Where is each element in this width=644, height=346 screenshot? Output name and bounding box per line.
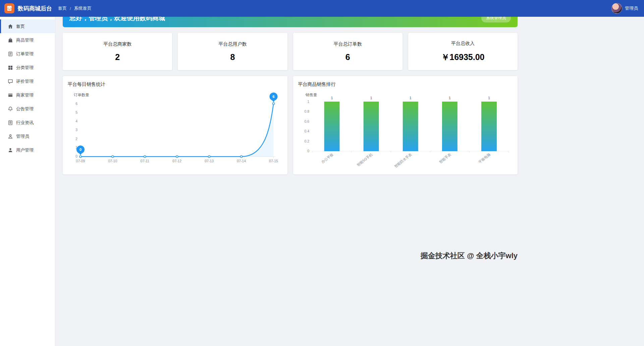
svg-text:1: 1 xyxy=(370,96,372,100)
sidebar-item-home[interactable]: 首页 xyxy=(0,19,55,33)
stat-value: 6 xyxy=(345,52,350,62)
svg-text:1: 1 xyxy=(307,100,309,104)
svg-text:智能5G手机: 智能5G手机 xyxy=(356,153,373,167)
stat-value: 2 xyxy=(115,52,120,62)
product-sales-bar-chart: 销售量00.20.40.60.811办公平板1智能5G手机1智能防水手表1智能手… xyxy=(298,88,513,169)
stat-card-orders: 平台总订单数 6 xyxy=(293,33,402,70)
sidebar-item-label: 公告管理 xyxy=(16,106,34,112)
app-title: 数码商城后台 xyxy=(18,5,52,12)
sidebar-item-notices[interactable]: 公告管理 xyxy=(0,102,55,116)
sidebar-item-admins[interactable]: 管理员 xyxy=(0,129,55,143)
svg-text:4: 4 xyxy=(75,119,77,123)
sidebar-item-label: 用户管理 xyxy=(16,147,34,153)
svg-text:07-13: 07-13 xyxy=(205,159,214,163)
svg-text:0.6: 0.6 xyxy=(304,120,309,123)
svg-text:6: 6 xyxy=(75,102,77,106)
bell-icon xyxy=(8,106,13,112)
svg-text:0: 0 xyxy=(79,148,82,152)
svg-text:1: 1 xyxy=(409,96,411,100)
svg-text:1: 1 xyxy=(331,96,333,100)
sidebar-item-label: 首页 xyxy=(16,23,25,30)
svg-text:智能手表: 智能手表 xyxy=(438,153,452,164)
content: 您好，管理员，欢迎使用数码商城 系统管理员 平台总商家数 2 平台总用户数 8 … xyxy=(63,9,518,261)
app-logo-icon xyxy=(4,3,14,13)
app-root: 数码商城后台 首页 / 系统首页 管理员 首页商品管理订单管理分类管理评价管理商… xyxy=(0,0,644,261)
sidebar-item-users[interactable]: 用户管理 xyxy=(0,143,55,157)
document-icon xyxy=(8,51,13,57)
svg-text:2: 2 xyxy=(75,137,77,141)
stat-card-users: 平台总用户数 8 xyxy=(178,33,287,70)
main-content: 您好，管理员，欢迎使用数码商城 系统管理员 平台总商家数 2 平台总用户数 8 … xyxy=(55,0,644,261)
svg-text:0.4: 0.4 xyxy=(304,129,309,133)
daily-sales-card: 平台每日销售统计 订单数量012345607-0907-1007-1107-12… xyxy=(63,76,287,174)
sidebar-item-label: 行业资讯 xyxy=(16,120,34,126)
chat-icon xyxy=(8,79,13,84)
stat-label: 平台总商家数 xyxy=(103,41,131,47)
svg-text:平板电脑: 平板电脑 xyxy=(477,152,491,164)
user-menu[interactable]: 管理员 xyxy=(611,3,644,14)
breadcrumb-home[interactable]: 首页 xyxy=(58,5,67,11)
stat-label: 平台总收入 xyxy=(451,41,475,47)
admin-icon xyxy=(8,134,13,139)
stat-label: 平台总用户数 xyxy=(218,41,247,47)
svg-text:07-10: 07-10 xyxy=(108,159,117,163)
home-icon xyxy=(8,24,13,29)
svg-text:07-14: 07-14 xyxy=(237,159,246,163)
svg-text:6: 6 xyxy=(272,95,274,99)
svg-text:0.8: 0.8 xyxy=(304,110,309,113)
product-ranking-card: 平台商品销售排行 销售量00.20.40.60.811办公平板1智能5G手机1智… xyxy=(293,76,518,174)
breadcrumb-separator: / xyxy=(70,6,71,11)
svg-text:5: 5 xyxy=(75,111,77,114)
breadcrumb: 首页 / 系统首页 xyxy=(58,5,92,11)
stat-value: 8 xyxy=(230,52,235,62)
top-bar: 数码商城后台 首页 / 系统首页 管理员 xyxy=(0,0,644,17)
svg-text:3: 3 xyxy=(75,128,77,132)
sidebar-item-reviews[interactable]: 评价管理 xyxy=(0,74,55,88)
sidebar-item-categories[interactable]: 分类管理 xyxy=(0,61,55,74)
card-icon xyxy=(8,93,13,98)
charts-row: 平台每日销售统计 订单数量012345607-0907-1007-1107-12… xyxy=(63,76,518,174)
daily-sales-line-chart: 订单数量012345607-0907-1007-1107-1207-1307-1… xyxy=(68,88,282,169)
sidebar-item-label: 订单管理 xyxy=(16,51,34,57)
svg-text:07-09: 07-09 xyxy=(76,159,85,163)
svg-text:1: 1 xyxy=(488,96,490,100)
svg-text:07-11: 07-11 xyxy=(141,159,149,163)
watermark: 掘金技术社区 @ 全栈小宇wly xyxy=(63,251,518,261)
user-icon xyxy=(8,148,13,153)
svg-text:智能防水手表: 智能防水手表 xyxy=(393,153,413,169)
breadcrumb-current: 系统首页 xyxy=(74,5,92,11)
svg-text:0: 0 xyxy=(307,149,309,153)
svg-text:07-12: 07-12 xyxy=(172,159,181,163)
stats-row: 平台总商家数 2 平台总用户数 8 平台总订单数 6 平台总收入 ￥16935.… xyxy=(63,33,518,70)
svg-text:1: 1 xyxy=(448,96,450,100)
stat-card-merchants: 平台总商家数 2 xyxy=(63,33,172,70)
sidebar-item-label: 评价管理 xyxy=(16,78,34,84)
sidebar-item-products[interactable]: 商品管理 xyxy=(0,33,55,47)
sidebar-item-label: 分类管理 xyxy=(16,65,34,71)
stat-card-revenue: 平台总收入 ￥16935.00 xyxy=(408,33,518,70)
svg-text:0.2: 0.2 xyxy=(304,139,309,143)
sidebar-item-label: 商家管理 xyxy=(16,92,34,98)
stat-value: ￥16935.00 xyxy=(441,52,484,63)
avatar[interactable] xyxy=(611,3,622,14)
sidebar-item-news[interactable]: 行业资讯 xyxy=(0,116,55,129)
sidebar-item-label: 管理员 xyxy=(16,133,29,139)
svg-text:销售量: 销售量 xyxy=(305,93,317,97)
sidebar-item-label: 商品管理 xyxy=(16,37,34,43)
news-icon xyxy=(8,120,13,125)
sidebar-item-merchants[interactable]: 商家管理 xyxy=(0,88,55,102)
chart-title: 平台每日销售统计 xyxy=(68,81,282,88)
bag-icon xyxy=(8,38,13,43)
svg-text:07-15: 07-15 xyxy=(269,159,278,163)
svg-text:0: 0 xyxy=(75,155,77,158)
brand: 数码商城后台 xyxy=(0,3,55,13)
grid-icon xyxy=(8,65,13,70)
chart-title: 平台商品销售排行 xyxy=(298,81,513,88)
stat-label: 平台总订单数 xyxy=(334,41,362,47)
sidebar: 首页商品管理订单管理分类管理评价管理商家管理公告管理行业资讯管理员用户管理 xyxy=(0,17,55,346)
user-name: 管理员 xyxy=(625,5,638,11)
sidebar-item-orders[interactable]: 订单管理 xyxy=(0,47,55,61)
svg-text:办公平板: 办公平板 xyxy=(320,153,334,164)
svg-text:订单数量: 订单数量 xyxy=(74,93,89,97)
